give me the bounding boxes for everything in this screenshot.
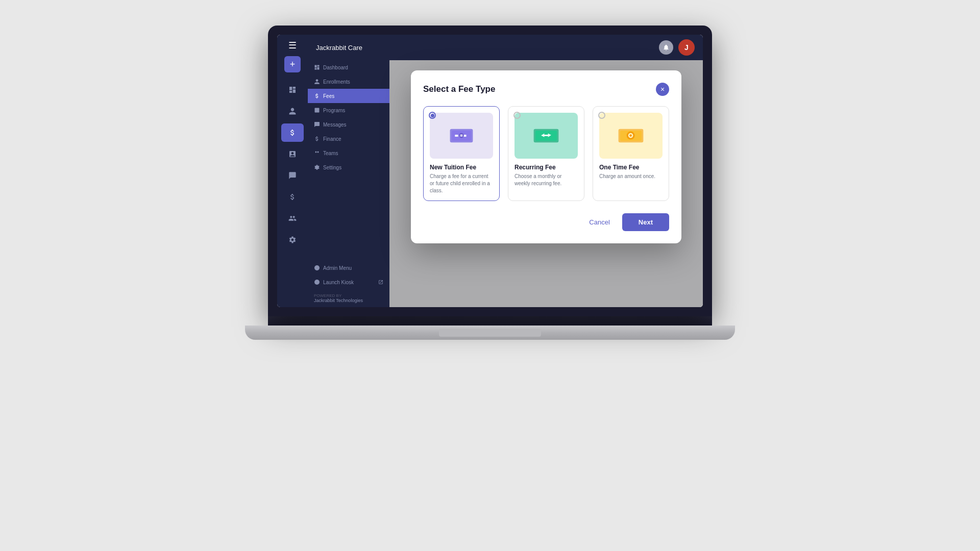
admin-menu-item[interactable]: Admin Menu xyxy=(308,261,389,275)
sidebar-item-en[interactable]: Enrollments xyxy=(308,74,389,89)
sidebar-item-fi[interactable]: Finance xyxy=(308,132,389,146)
sidebar-item-da[interactable]: Dashboard xyxy=(308,60,389,74)
page-content: Select a Fee Type × xyxy=(389,60,703,307)
menu-icon[interactable]: ☰ xyxy=(288,40,297,51)
laptop-hinge xyxy=(268,316,712,325)
trackpad[interactable] xyxy=(439,329,541,337)
fee-card-onetime[interactable]: One Time Fee Charge an amount once. xyxy=(593,106,669,201)
fee-card-tuition-name: New Tuition Fee xyxy=(430,164,493,171)
fee-card-onetime-name: One Time Fee xyxy=(599,164,663,171)
cancel-button[interactable]: Cancel xyxy=(583,214,616,230)
radio-onetime[interactable] xyxy=(598,112,605,119)
fee-card-image-recurring xyxy=(514,113,578,159)
dialog-title: Select a Fee Type xyxy=(423,84,495,94)
add-button[interactable]: + xyxy=(284,56,301,72)
next-button[interactable]: Next xyxy=(622,213,669,231)
fee-card-tuition[interactable]: New Tuition Fee Charge a fee for a curre… xyxy=(423,106,500,201)
svg-rect-3 xyxy=(455,135,458,137)
secondary-sidebar: Dashboard Enrollments Fees Programs xyxy=(308,60,389,307)
sidebar-item-messages[interactable] xyxy=(281,166,304,185)
fee-cards-container: New Tuition Fee Charge a fee for a curre… xyxy=(423,106,669,201)
fee-card-tuition-desc: Charge a fee for a current or future chi… xyxy=(430,173,493,194)
fee-card-image-tuition xyxy=(430,113,493,159)
top-header: Jackrabbit Care J xyxy=(308,35,703,60)
sidebar-item-me[interactable]: Messages xyxy=(308,117,389,132)
fee-card-image-onetime xyxy=(599,113,663,159)
sidebar-item-se[interactable]: Settings xyxy=(308,160,389,174)
notification-icon[interactable] xyxy=(659,40,673,55)
laptop-base xyxy=(245,325,735,340)
radio-tuition[interactable] xyxy=(429,112,436,119)
sidebar-item-pr[interactable]: Programs xyxy=(308,103,389,117)
icon-sidebar: ☰ + xyxy=(277,35,308,307)
sidebar-item-teams[interactable] xyxy=(281,209,304,228)
sidebar-item-enrollments[interactable] xyxy=(281,102,304,120)
powered-by: POWERED BY Jackrabbit Technologies xyxy=(308,289,389,307)
svg-point-14 xyxy=(629,134,632,137)
sidebar-item-finance[interactable] xyxy=(281,188,304,206)
user-avatar[interactable]: J xyxy=(678,39,695,56)
sidebar-item-te[interactable]: Teams xyxy=(308,146,389,160)
sidebar-nav xyxy=(277,81,308,249)
fee-card-recurring[interactable]: Recurring Fee Choose a monthly or weekly… xyxy=(508,106,584,201)
dialog-header: Select a Fee Type × xyxy=(423,83,669,96)
svg-point-0 xyxy=(314,280,320,285)
select-fee-type-dialog: Select a Fee Type × xyxy=(411,70,681,243)
fee-card-onetime-desc: Charge an amount once. xyxy=(599,173,663,180)
close-button[interactable]: × xyxy=(656,83,669,96)
sidebar-item-dashboard[interactable] xyxy=(281,81,304,99)
dialog-overlay: Select a Fee Type × xyxy=(389,60,703,307)
sidebar-item-settings[interactable] xyxy=(281,231,304,249)
sidebar-item-programs[interactable] xyxy=(281,145,304,163)
fee-card-recurring-desc: Choose a monthly or weekly recurring fee… xyxy=(514,173,578,187)
svg-rect-7 xyxy=(460,134,463,137)
radio-recurring[interactable] xyxy=(513,112,521,119)
dialog-actions: Cancel Next xyxy=(423,213,669,231)
launch-kiosk-item[interactable]: Launch Kiosk xyxy=(308,275,389,289)
fee-card-recurring-name: Recurring Fee xyxy=(514,164,578,171)
app-title: Jackrabbit Care xyxy=(316,44,362,52)
sidebar-item-fe[interactable]: Fees xyxy=(308,89,389,103)
sidebar-item-fees[interactable] xyxy=(281,123,304,142)
header-right: J xyxy=(659,39,695,56)
